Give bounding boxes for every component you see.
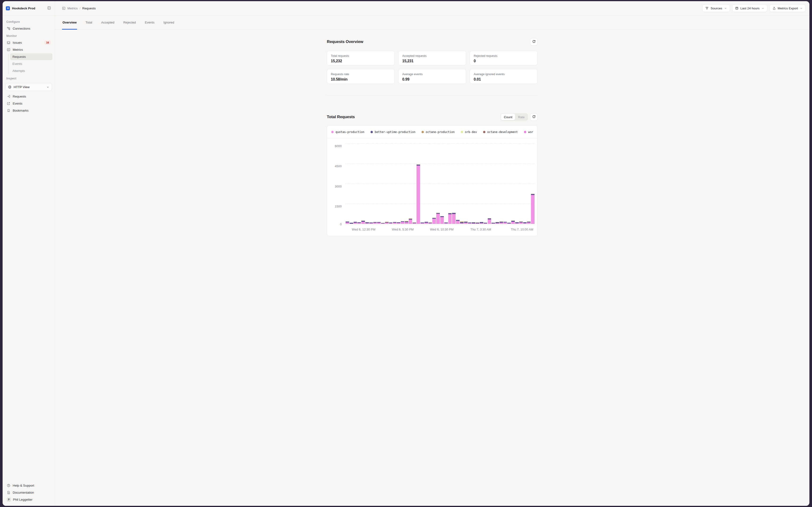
chart-bar: [373, 222, 377, 224]
http-view-select[interactable]: HTTP View: [5, 83, 52, 91]
bookmarks-label: Bookmarks: [13, 109, 51, 112]
issues-count-badge: 16: [45, 41, 51, 44]
tab-ignored[interactable]: Ignored: [163, 21, 175, 30]
stat-card: Accepted requests15,231: [398, 51, 406, 65]
y-axis-tick: 0: [340, 223, 342, 226]
legend-dot: [370, 131, 373, 133]
bar-segment-quotas-production: [369, 223, 373, 224]
stat-value: 15,232: [331, 59, 391, 63]
chart-bar: [377, 222, 381, 224]
x-axis-tick: Wed 6, 12:30 PM: [352, 228, 375, 231]
chart-bar: [350, 223, 353, 224]
bar-segment-quotas-production: [373, 223, 377, 224]
bar-segment-quotas-production: [357, 223, 361, 224]
legend-item-better-uptime-production[interactable]: better-uptime-production: [370, 130, 406, 134]
connections-icon: [7, 27, 11, 30]
sidebar: H Hookdeck Prod Configure: [3, 1, 55, 253]
sidebar-item-metrics-requests[interactable]: Requests: [10, 53, 52, 60]
chevron-down-icon: [46, 86, 49, 89]
overview-stat-cards: Total requests15,232Accepted requests15,…: [327, 51, 406, 84]
requests-overview-title: Requests Overview: [327, 40, 363, 44]
tabs-bar: OverviewTotalAcceptedRejectedEventsIgnor…: [55, 15, 406, 30]
chart-bar: [385, 222, 389, 224]
stat-label: Average events: [402, 73, 406, 76]
chart-bar: [365, 222, 369, 224]
tab-total[interactable]: Total: [85, 21, 93, 30]
tab-overview[interactable]: Overview: [62, 21, 77, 30]
stat-card: Total requests15,232: [327, 51, 395, 65]
sidebar-item-inspect-requests[interactable]: Requests: [5, 93, 52, 100]
arrow-up-right-icon: [7, 102, 11, 105]
y-axis-tick: 4500: [335, 164, 342, 168]
stat-card: Requests rate10.58/min: [327, 69, 395, 84]
sidebar-nav: Configure Connections Monitor: [3, 15, 55, 253]
sidebar-item-inspect-events[interactable]: Events: [5, 100, 52, 107]
breadcrumb-parent[interactable]: Metrics: [67, 7, 78, 10]
issues-icon: [7, 41, 11, 44]
arrow-into-bracket-icon: [7, 95, 11, 98]
y-axis-tick: 1500: [335, 205, 342, 208]
legend-dot: [331, 131, 334, 133]
chart-bar: [357, 222, 361, 224]
inspect-events-label: Events: [13, 102, 51, 105]
sidebar-item-bookmarks[interactable]: Bookmarks: [5, 107, 52, 114]
inspect-section-label: Inspect: [5, 74, 52, 81]
stat-value: 0.99: [402, 77, 406, 81]
workspace-logo: H: [6, 6, 10, 10]
chart-bar: [354, 222, 357, 224]
y-axis-tick: 6000: [335, 144, 342, 148]
configure-section-label: Configure: [5, 18, 52, 25]
chart-plot-area: 15003000450060000Wed 6, 12:30 PMWed 6, 5…: [345, 143, 406, 224]
stat-label: Total requests: [331, 54, 391, 58]
chart-body: 15003000450060000Wed 6, 12:30 PMWed 6, 5…: [327, 138, 406, 236]
chart-bar: [389, 223, 393, 224]
topbar: Metrics / Requests Sources: [55, 1, 406, 15]
globe-icon: [8, 85, 11, 89]
stat-label: Accepted requests: [402, 54, 406, 58]
metrics-subnav: Requests Events Attempts: [5, 53, 52, 74]
stat-value: 10.58/min: [331, 77, 391, 81]
requests-overview-header: Requests Overview: [327, 38, 406, 46]
x-axis-tick: Wed 6, 5:30 PM: [392, 228, 406, 231]
bar-segment-quotas-production: [405, 222, 406, 224]
sidebar-item-metrics[interactable]: Metrics: [5, 46, 52, 53]
collapse-sidebar-button[interactable]: [47, 6, 51, 11]
bar-segment-quotas-production: [361, 222, 365, 224]
metrics-label: Metrics: [13, 48, 51, 51]
bar-segment-quotas-production: [346, 223, 349, 224]
tab-accepted[interactable]: Accepted: [101, 21, 115, 30]
chart-bar: [381, 223, 385, 224]
total-requests-header: Total Requests CountRate: [327, 113, 406, 121]
total-requests-chart-card: quotas-productionbetter-uptime-productio…: [327, 125, 406, 236]
workspace-switcher[interactable]: H Hookdeck Prod: [3, 1, 55, 15]
stat-card: Average events0.99: [398, 69, 406, 84]
tab-rejected[interactable]: Rejected: [123, 21, 136, 30]
chart-bar: [369, 223, 373, 224]
legend-label: better-uptime-production: [375, 130, 406, 134]
bookmark-icon: [7, 109, 11, 112]
issues-label: Issues: [13, 41, 43, 44]
breadcrumb-separator: /: [80, 7, 80, 10]
sidebar-item-connections[interactable]: Connections: [5, 25, 52, 32]
bar-segment-quotas-production: [354, 223, 357, 224]
chart-bar: [361, 221, 365, 224]
bar-segment-quotas-production: [350, 224, 353, 224]
sidebar-item-metrics-events[interactable]: Events: [10, 60, 52, 67]
panel-collapse-icon: [47, 6, 51, 11]
legend-item-quotas-production[interactable]: quotas-production: [331, 130, 364, 134]
bar-segment-quotas-production: [385, 223, 389, 224]
connections-label: Connections: [13, 27, 51, 30]
sidebar-item-metrics-attempts[interactable]: Attempts: [10, 67, 52, 74]
tab-events[interactable]: Events: [144, 21, 155, 30]
gridline: 3000: [345, 184, 406, 184]
chart-bar: [393, 222, 397, 224]
main-area: Metrics / Requests Sources: [55, 1, 406, 253]
bar-segment-quotas-production: [381, 223, 385, 224]
bar-segment-quotas-production: [401, 222, 404, 224]
content-scroll-area[interactable]: Requests Overview Total requests15,232Ac…: [55, 30, 406, 253]
y-axis-tick: 3000: [335, 185, 342, 188]
sidebar-item-issues[interactable]: Issues 16: [5, 39, 52, 46]
chart-legend: quotas-productionbetter-uptime-productio…: [327, 126, 406, 138]
chart-bar: [346, 222, 349, 224]
legend-label: quotas-production: [336, 130, 364, 134]
